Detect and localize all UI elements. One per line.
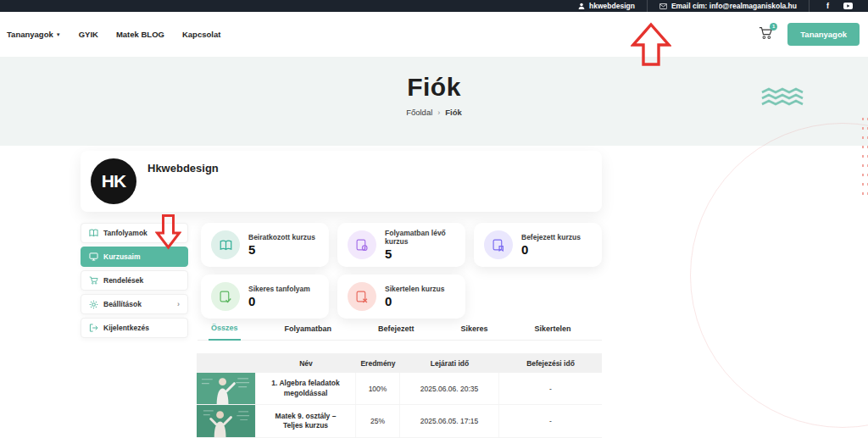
stat-card-beiratkozott: Beiratkozott kurzus 5 — [201, 223, 329, 267]
course-completion: - — [499, 373, 602, 404]
cart-icon — [89, 276, 98, 285]
dots-decoration — [860, 114, 868, 195]
topbar-email-label: Email cím: info@realmaganiskola.hu — [671, 2, 797, 10]
course-result: 100% — [356, 373, 400, 404]
table-header-name: Név — [256, 359, 356, 368]
course-expiry: 2025.06.06. 20:35 — [400, 373, 499, 404]
stat-label: Sikertelen kurzus — [385, 285, 444, 293]
tab-sikeres[interactable]: Sikeres — [459, 324, 491, 340]
book-icon — [211, 230, 240, 259]
waves-decoration-icon — [761, 87, 805, 106]
stat-value: 5 — [248, 242, 315, 257]
topbar: hkwebdesign Email cím: info@realmaganisk… — [0, 0, 868, 12]
course-thumbnail — [197, 405, 256, 437]
document-progress-icon — [348, 230, 376, 259]
main-navbar: Tananyagok▼ GYIK Matek BLOG Kapcsolat 1 … — [0, 12, 868, 57]
topbar-social: f — [809, 0, 868, 12]
table-header-row: Név Eredmény Lejárati idő Befejezési idő — [197, 353, 602, 373]
table-header-completion: Befejezési idő — [499, 359, 602, 368]
table-header-expiry: Lejárati idő — [400, 359, 499, 368]
sidebar-item-label: Kijelentkezés — [103, 324, 149, 332]
sidebar-item-beallitasok[interactable]: Beállítások › — [81, 294, 188, 314]
profile-card: HK Hkwebdesign — [81, 151, 602, 212]
nav-right: 1 Tananyagok — [759, 23, 860, 46]
stat-label: Befejezett kurzus — [521, 233, 581, 241]
cart-button[interactable]: 1 — [759, 26, 773, 43]
breadcrumb-current: Fiók — [445, 108, 462, 117]
tab-folyamatban[interactable]: Folyamatban — [282, 324, 335, 340]
cart-count-badge: 1 — [770, 23, 777, 30]
stat-card-sikeres: Sikeres tanfolyam 0 — [201, 274, 329, 319]
tab-befejezett[interactable]: Befejezett — [376, 324, 417, 340]
page-title: Fiók — [0, 57, 868, 102]
topbar-email-link[interactable]: Email cím: info@realmaganiskola.hu — [647, 0, 809, 12]
profile-name: Hkwebdesign — [147, 162, 219, 175]
course-expiry: 2025.06.05. 17:15 — [400, 405, 499, 437]
stat-value: 0 — [385, 294, 444, 308]
topbar-account-link[interactable]: hkwebdesign — [566, 0, 647, 12]
screen-icon — [89, 252, 98, 261]
stat-card-befejezett: Befejezett kurzus 0 — [474, 223, 602, 267]
logout-icon — [89, 324, 98, 332]
document-check-icon — [211, 282, 240, 311]
sidebar-item-label: Beállítások — [103, 300, 142, 308]
table-row[interactable]: Matek 9. osztály – Teljes kurzus 25% 202… — [197, 405, 602, 438]
chevron-right-icon: › — [177, 300, 180, 308]
course-name[interactable]: 1. Algebra feladatok megoldással — [256, 373, 356, 404]
course-result: 25% — [356, 405, 400, 437]
user-icon — [578, 3, 585, 9]
table-header-result: Eredmény — [356, 359, 400, 368]
nav-item-matek-blog[interactable]: Matek BLOG — [116, 30, 164, 39]
youtube-icon[interactable] — [843, 3, 853, 9]
avatar: HK — [91, 158, 136, 204]
envelope-icon — [659, 3, 667, 9]
stat-label: Folyamatban lévő kurzus — [385, 229, 455, 246]
table-row[interactable]: 1. Algebra feladatok megoldással 100% 20… — [197, 373, 602, 405]
course-name[interactable]: Matek 9. osztály – Teljes kurzus — [256, 405, 356, 437]
nav-item-kapcsolat[interactable]: Kapcsolat — [182, 30, 220, 39]
course-thumbnail — [197, 373, 256, 404]
stat-card-sikertelen: Sikertelen kurzus 0 — [337, 274, 465, 319]
nav-item-tananyagok[interactable]: Tananyagok▼ — [7, 30, 61, 39]
red-arrow-down-annotation — [155, 213, 181, 250]
stat-value: 5 — [385, 247, 455, 261]
course-completion: - — [499, 405, 602, 437]
book-icon — [89, 229, 98, 237]
nav-item-gyik[interactable]: GYIK — [79, 30, 98, 39]
courses-table: Név Eredmény Lejárati idő Befejezési idő… — [197, 353, 602, 438]
account-page: hkwebdesign Email cím: info@realmaganisk… — [0, 0, 868, 438]
tab-osszes[interactable]: Összes — [209, 324, 241, 341]
topbar-username: hkwebdesign — [589, 2, 635, 10]
hero-section: Fiók Főoldal › Fiók — [0, 57, 868, 146]
stat-label: Beiratkozott kurzus — [248, 233, 315, 241]
stat-value: 0 — [521, 242, 581, 257]
breadcrumb-home-link[interactable]: Főoldal — [406, 108, 432, 117]
tananyagok-cta-button[interactable]: Tananyagok — [787, 23, 860, 46]
facebook-icon[interactable]: f — [826, 2, 829, 10]
chevron-down-icon: ▼ — [56, 32, 61, 37]
course-filter-tabs: Összes Folyamatban Befejezett Sikeres Si… — [198, 324, 602, 341]
stat-label: Sikeres tanfolyam — [248, 285, 310, 293]
nav-menu: Tananyagok▼ GYIK Matek BLOG Kapcsolat — [7, 30, 220, 39]
breadcrumb-separator: › — [437, 108, 440, 117]
arc-decoration — [690, 123, 868, 428]
gear-icon — [89, 300, 98, 309]
sidebar-item-label: Rendelések — [103, 276, 143, 285]
sidebar-item-label: Kurzusaim — [103, 252, 140, 261]
sidebar-item-kijelentkezes[interactable]: Kijelentkezés — [81, 318, 188, 338]
tab-sikertelen[interactable]: Sikertelen — [532, 324, 574, 340]
stat-value: 0 — [248, 294, 310, 308]
sidebar-item-label: Tanfolyamok — [103, 229, 147, 237]
document-bookmark-icon — [484, 230, 513, 259]
breadcrumb: Főoldal › Fiók — [0, 108, 868, 117]
sidebar-item-rendelesek[interactable]: Rendelések — [81, 270, 188, 291]
document-x-icon — [348, 282, 376, 311]
red-arrow-up-annotation — [631, 22, 671, 67]
stats-cards: Beiratkozott kurzus 5 Folyamatban lévő k… — [201, 223, 602, 319]
stat-card-folyamatban: Folyamatban lévő kurzus 5 — [337, 223, 465, 267]
